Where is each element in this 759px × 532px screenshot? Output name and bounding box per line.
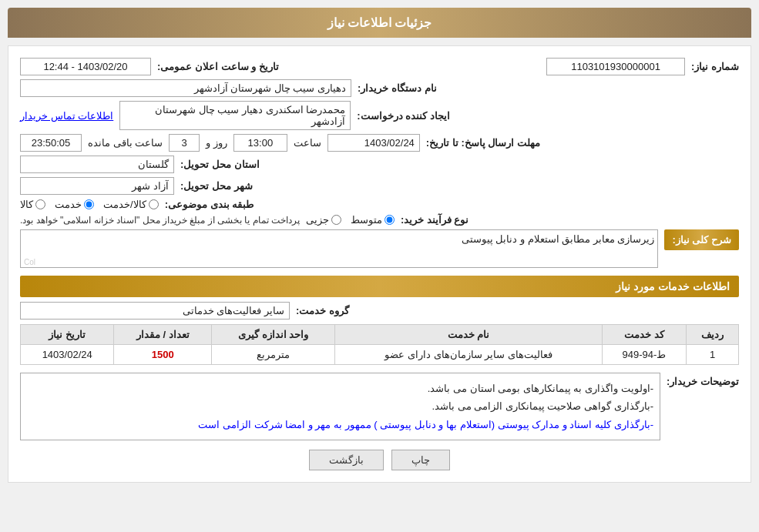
mohlet-label: مهلت ارسال پاسخ: تا تاریخ: (426, 137, 540, 149)
mohlet-saat-label: ساعت (294, 137, 321, 149)
row-farayand: نوع فرآیند خرید: متوسط جزیی پرداخت تمام … (20, 214, 739, 226)
ijad-value: محمدرضا اسکندری دهیار سیب چال شهرستان آز… (119, 101, 351, 130)
radio-kala[interactable]: کالا (20, 199, 45, 210)
grohe-label: گروه خدمت: (296, 305, 349, 316)
cell-unit: مترمربع (212, 345, 335, 365)
note-line-2: -بارگذاری گواهی صلاحیت پیمانکاری الزامی … (27, 397, 653, 415)
tabaghe-label: طبقه بندی موضوعی: (165, 199, 254, 210)
grohe-value: سایر فعالیت‌های خدماتی (20, 302, 290, 320)
sharh-container: زیرسازی معابر مطابق استعلام و دنابل پیوس… (20, 229, 658, 268)
row-notes: توضیحات خریدار: -اولویت واگذاری به پیمان… (20, 373, 739, 440)
farayand-label: نوع فرآیند خرید: (401, 214, 469, 226)
cell-count: 1500 (114, 345, 212, 365)
col-count: تعداد / مقدار (114, 325, 212, 345)
mohlet-remaining-label: ساعت باقی مانده (88, 137, 163, 149)
shahr-value: آزاد شهر (20, 177, 174, 195)
tarikh-value: 1403/02/20 - 12:44 (20, 58, 151, 75)
contact-link[interactable]: اطلاعات تماس خریدار (20, 110, 113, 122)
cell-name: فعالیت‌های سایر سازمان‌های دارای عضو (335, 345, 603, 365)
tabaghe-radios: کالا/خدمت خدمت کالا (20, 199, 159, 210)
col-name: نام خدمت (335, 325, 603, 345)
buttons-row: چاپ بازگشت (20, 450, 739, 470)
mohlet-saat: 13:00 (233, 134, 287, 152)
mohlet-roz-label: روز و (206, 137, 227, 149)
col-date: تاریخ نیاز (21, 325, 114, 345)
ostan-value: گلستان (20, 156, 174, 173)
row-ostan: استان محل تحویل: گلستان (20, 156, 739, 173)
row-shahr: شهر محل تحویل: آزاد شهر (20, 177, 739, 195)
sharh-value: زیرسازی معابر مطابق استعلام و دنابل پیوس… (20, 229, 658, 268)
service-table: ردیف کد خدمت نام خدمت واحد اندازه گیری ت… (20, 324, 739, 365)
note-line-1: -اولویت واگذاری به پیمانکارهای بومی استا… (27, 380, 653, 397)
radio-motevasset[interactable]: متوسط (351, 214, 395, 226)
page-container: جزئیات اطلاعات نیاز شماره نیاز: 11031019… (0, 0, 759, 498)
row-dasgah: نام دستگاه خریدار: دهیاری سیب چال شهرستا… (20, 79, 739, 97)
khadamat-section-header: اطلاعات خدمات مورد نیاز (20, 276, 739, 297)
row-ijad: ایجاد کننده درخواست: محمدرضا اسکندری دهی… (20, 101, 739, 130)
cell-code: ط-94-949 (602, 345, 686, 365)
ostan-label: استان محل تحویل: (180, 159, 260, 170)
farayand-note: پرداخت تمام یا بخشی از مبلغ خریداز محل "… (20, 215, 300, 226)
row-mohlet: مهلت ارسال پاسخ: تا تاریخ: 1403/02/24 سا… (20, 134, 739, 152)
cell-date: 1403/02/24 (21, 345, 114, 365)
row-grohe: گروه خدمت: سایر فعالیت‌های خدماتی (20, 302, 739, 320)
col-radif: ردیف (687, 325, 739, 345)
shomara-label: شماره نیاز: (691, 61, 739, 72)
tarikh-label: تاریخ و ساعت اعلان عمومی: (157, 61, 279, 72)
notes-box: -اولویت واگذاری به پیمانکارهای بومی استا… (20, 373, 660, 440)
col-unit: واحد اندازه گیری (212, 325, 335, 345)
col-label: Col (24, 258, 35, 266)
mohlet-remaining: 23:50:05 (20, 134, 82, 152)
radio-khadamat[interactable]: خدمت (55, 199, 94, 210)
col-code: کد خدمت (602, 325, 686, 345)
sharh-section-header: شرح کلی نیاز: (664, 229, 739, 250)
row-shomara: شماره نیاز: 1103101930000001 تاریخ و ساع… (20, 58, 739, 75)
mohlet-date: 1403/02/24 (327, 134, 420, 152)
row-sharh: شرح کلی نیاز: زیرسازی معابر مطابق استعلا… (20, 229, 739, 268)
ijad-label: ایجاد کننده درخواست: (357, 110, 450, 122)
note-line-3: -بارگذاری کلیه اسناد و مدارک پیوستی (است… (27, 416, 653, 433)
row-tabaghe: طبقه بندی موضوعی: کالا/خدمت خدمت کالا (20, 199, 739, 210)
main-card: شماره نیاز: 1103101930000001 تاریخ و ساع… (8, 45, 751, 483)
shahr-label: شهر محل تحویل: (180, 180, 253, 192)
radio-jozyi[interactable]: جزیی (306, 214, 341, 226)
shomara-value: 1103101930000001 (546, 58, 685, 75)
table-row: 1 ط-94-949 فعالیت‌های سایر سازمان‌های دا… (21, 345, 739, 365)
page-title: جزئیات اطلاعات نیاز (8, 8, 751, 38)
mohlet-roz: 3 (169, 134, 200, 152)
dasgah-value: دهیاری سیب چال شهرستان آزادشهر (20, 79, 351, 97)
farayand-radios: متوسط جزیی (306, 214, 395, 226)
back-button[interactable]: بازگشت (309, 450, 384, 470)
dasgah-label: نام دستگاه خریدار: (358, 82, 437, 94)
notes-label: توضیحات خریدار: (667, 373, 739, 387)
radio-kala-khadamat[interactable]: کالا/خدمت (103, 199, 159, 210)
cell-radif: 1 (687, 345, 739, 365)
print-button[interactable]: چاپ (391, 450, 450, 470)
